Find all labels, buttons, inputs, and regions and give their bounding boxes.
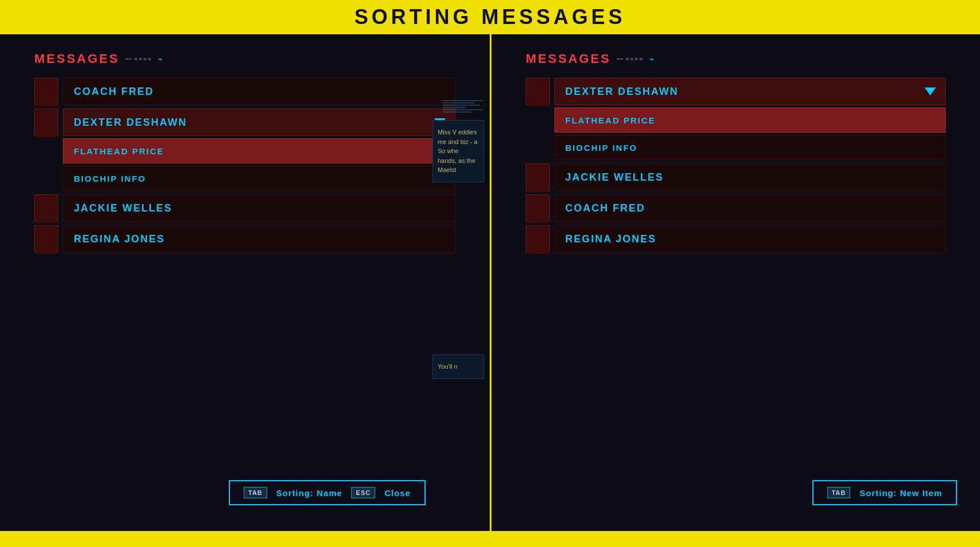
page-title: SORTING MESSAGES (354, 5, 625, 29)
right-name-coach-fred: COACH FRED (565, 202, 645, 214)
left-avatar-coach-fred (34, 78, 58, 105)
left-message-preview: Miss V eddies me and biz - a So whe hand… (433, 120, 484, 182)
left-avatar-dexter-deshawn (34, 109, 58, 136)
panel-divider (490, 34, 491, 531)
right-contact-dexter-deshawn-group: DEXTER DESHAWN FLATHEAD PRICE BIOCHIP IN… (526, 78, 946, 160)
left-control-box: TAB Sorting: Name ESC Close (229, 480, 426, 505)
right-subitem-flathead-price[interactable]: FLATHEAD PRICE (554, 107, 946, 133)
left-dexter-subitems: FLATHEAD PRICE BIOCHIP INFO (63, 138, 455, 191)
right-avatar-dexter-deshawn (526, 78, 550, 105)
left-messages-meta: ━━ ≋≋≋≋ (125, 57, 152, 62)
left-name-bar-regina-jones[interactable]: REGINA JONES (63, 225, 455, 253)
left-name-regina-jones: REGINA JONES (74, 233, 165, 245)
right-messages-header: MESSAGES ━━ ≋≋≋≋ ⌁ (526, 51, 946, 66)
left-contact-coach-fred[interactable]: COACH FRED (34, 78, 455, 105)
left-tab-key[interactable]: TAB (244, 487, 267, 498)
right-subitem-biochip-info[interactable]: BIOCHIP INFO (554, 135, 946, 160)
left-contact-dexter-deshawn[interactable]: DEXTER DESHAWN (34, 109, 455, 136)
right-dropdown-arrow-dexter (925, 87, 936, 95)
left-message-preview2: You'll n (433, 354, 484, 379)
right-control-box: TAB Sorting: New Item (812, 480, 957, 505)
left-contact-jackie-welles[interactable]: JACKIE WELLES (34, 194, 455, 222)
right-contact-list: DEXTER DESHAWN FLATHEAD PRICE BIOCHIP IN… (526, 78, 946, 253)
right-name-bar-regina-jones[interactable]: REGINA JONES (554, 225, 946, 253)
top-bar: SORTING MESSAGES (0, 0, 980, 34)
right-subitem-flathead-name: FLATHEAD PRICE (565, 115, 656, 125)
right-name-bar-jackie-welles[interactable]: JACKIE WELLES (554, 163, 946, 191)
left-bottom-controls: TAB Sorting: Name ESC Close (229, 480, 426, 505)
right-messages-icon: ⌁ (649, 54, 654, 63)
right-avatar-jackie-welles (526, 163, 550, 191)
left-subitem-flathead-price[interactable]: FLATHEAD PRICE (63, 138, 455, 163)
left-avatar-regina-jones (34, 225, 58, 253)
left-contact-dexter-deshawn-group: DEXTER DESHAWN FLATHEAD PRICE BIOCHIP IN… (34, 109, 455, 191)
left-esc-key[interactable]: ESC (351, 487, 375, 498)
right-bottom-controls: TAB Sorting: New Item (812, 480, 957, 505)
left-message-preview2-text: You'll n (438, 362, 479, 372)
left-subitem-biochip-info[interactable]: BIOCHIP INFO (63, 166, 455, 191)
right-sorting-label: Sorting: New Item (859, 488, 942, 498)
left-messages-title: MESSAGES (34, 51, 120, 66)
left-subitem-flathead-name: FLATHEAD PRICE (74, 146, 164, 156)
right-messages-meta: ━━ ≋≋≋≋ (617, 57, 644, 62)
right-name-dexter-deshawn: DEXTER DESHAWN (565, 86, 679, 98)
left-messages-section: MESSAGES ━━ ≋≋≋≋ ⌁ COACH FRED DEXTER DES… (0, 34, 490, 264)
left-data-grid (443, 100, 483, 114)
right-contact-dexter-deshawn[interactable]: DEXTER DESHAWN (526, 78, 946, 105)
right-contact-coach-fred[interactable]: COACH FRED (526, 194, 946, 222)
left-messages-header: MESSAGES ━━ ≋≋≋≋ ⌁ (34, 51, 455, 66)
left-name-jackie-welles: JACKIE WELLES (74, 202, 172, 214)
right-name-bar-coach-fred[interactable]: COACH FRED (554, 194, 946, 222)
right-dexter-subitems: FLATHEAD PRICE BIOCHIP INFO (554, 107, 946, 160)
left-panel: MESSAGES ━━ ≋≋≋≋ ⌁ COACH FRED DEXTER DES… (0, 34, 490, 531)
left-contact-regina-jones[interactable]: REGINA JONES (34, 225, 455, 253)
right-avatar-coach-fred (526, 194, 550, 222)
right-name-bar-dexter-deshawn[interactable]: DEXTER DESHAWN (554, 78, 946, 105)
left-sorting-label: Sorting: Name (276, 488, 343, 498)
left-name-coach-fred: COACH FRED (74, 86, 154, 98)
right-messages-section: MESSAGES ━━ ≋≋≋≋ ⌁ DEXTER DESHAWN FLATHE (491, 34, 980, 264)
left-name-bar-jackie-welles[interactable]: JACKIE WELLES (63, 194, 455, 222)
right-contact-regina-jones[interactable]: REGINA JONES (526, 225, 946, 253)
bottom-bar (0, 531, 980, 547)
right-name-regina-jones: REGINA JONES (565, 233, 656, 245)
right-tab-key[interactable]: TAB (827, 487, 851, 498)
left-name-bar-coach-fred[interactable]: COACH FRED (63, 78, 455, 105)
left-message-preview-text: Miss V eddies me and biz - a So whe hand… (438, 127, 479, 175)
left-contact-list: COACH FRED DEXTER DESHAWN FLATHEAD PRICE (34, 78, 455, 253)
right-panel: MESSAGES ━━ ≋≋≋≋ ⌁ DEXTER DESHAWN FLATHE (491, 34, 980, 531)
right-contact-jackie-welles[interactable]: JACKIE WELLES (526, 163, 946, 191)
left-messages-icon: ⌁ (158, 54, 162, 63)
left-subitem-biochip-name: BIOCHIP INFO (74, 174, 146, 183)
left-close-label: Close (384, 488, 411, 498)
right-messages-title: MESSAGES (526, 51, 611, 66)
left-name-bar-dexter-deshawn[interactable]: DEXTER DESHAWN (63, 109, 455, 136)
right-subitem-biochip-name: BIOCHIP INFO (565, 143, 637, 153)
right-avatar-regina-jones (526, 225, 550, 253)
left-avatar-jackie-welles (34, 194, 58, 222)
left-name-dexter-deshawn: DEXTER DESHAWN (74, 117, 187, 129)
right-name-jackie-welles: JACKIE WELLES (565, 171, 664, 183)
